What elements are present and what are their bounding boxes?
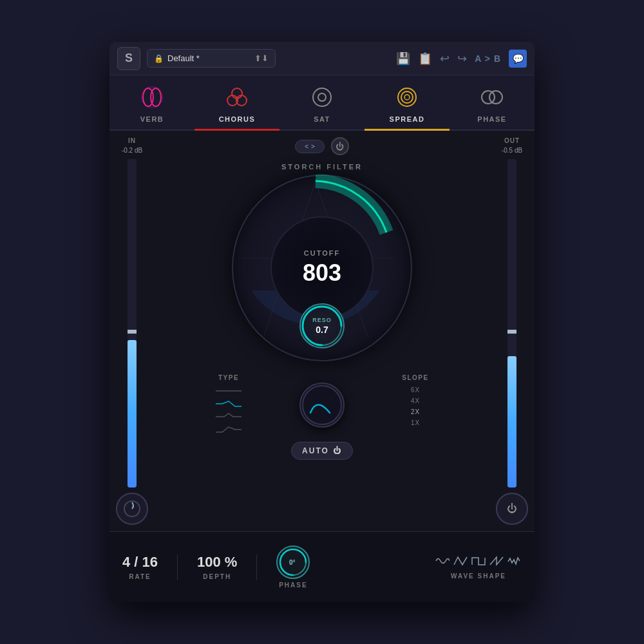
center-knob[interactable]	[299, 383, 345, 428]
vu-handle-out[interactable]	[507, 330, 516, 334]
phase-icon	[478, 83, 506, 111]
svg-point-6	[313, 88, 331, 106]
tab-phase[interactable]: PHASE	[450, 75, 535, 129]
phase-knob[interactable]: 0°	[276, 545, 310, 579]
phase-label: PHASE	[279, 582, 307, 589]
ab-button[interactable]: A > B	[475, 53, 501, 64]
preset-name: Default *	[167, 53, 200, 63]
verb-icon	[138, 83, 166, 111]
svg-point-12	[489, 91, 502, 104]
cutoff-value: 803	[303, 260, 341, 287]
wave-icons	[435, 555, 522, 570]
phase-knob-container: 0° PHASE	[276, 545, 310, 589]
svg-point-10	[404, 95, 410, 100]
svg-text:0°: 0°	[289, 559, 296, 566]
undo-icon[interactable]: ↩	[440, 52, 450, 66]
rate-value: 4 / 16	[122, 554, 158, 571]
in-knob[interactable]	[116, 493, 148, 525]
auto-power-icon: ⏻	[333, 446, 342, 455]
depth-label: DEPTH	[203, 573, 231, 580]
vu-bar-in[interactable]	[128, 159, 137, 488]
sat-icon	[308, 83, 336, 111]
slope-2x[interactable]: 2X	[407, 407, 424, 417]
bottom-row: AUTO ⏻	[288, 439, 356, 463]
tab-verb-label: VERB	[140, 115, 164, 123]
svg-point-2	[151, 88, 161, 106]
tab-sat[interactable]: SAT	[279, 75, 365, 129]
tab-spread-label: SPREAD	[390, 115, 425, 123]
right-power-button[interactable]: ⏻	[496, 493, 528, 525]
wave-saw-icon[interactable]	[489, 555, 504, 570]
in-label: IN	[128, 137, 136, 144]
lock-icon: 🔒	[154, 54, 164, 63]
center-area: < > ⏻ STORCH FILTER	[155, 131, 489, 531]
power-button[interactable]: ⏻	[331, 137, 349, 155]
depth-value: 100 %	[197, 554, 237, 571]
svg-point-7	[318, 93, 326, 101]
filter-type-lowpass[interactable]	[203, 398, 254, 410]
spread-icon	[393, 83, 421, 111]
filter-type-flat[interactable]	[203, 385, 254, 397]
tabs-bar: VERB CHORUS SAT	[109, 75, 535, 131]
dropdown-arrow: ⬆⬇	[254, 53, 269, 63]
redo-icon[interactable]: ↪	[457, 52, 467, 66]
wave-shape-area: WAVE SHAPE	[435, 555, 522, 580]
chat-icon[interactable]: 💬	[509, 50, 527, 68]
out-label: OUT	[504, 137, 520, 144]
type-label: TYPE	[218, 374, 239, 381]
svg-point-11	[482, 91, 495, 104]
tab-phase-label: PHASE	[477, 115, 506, 123]
wave-triangle-icon[interactable]	[453, 555, 468, 570]
filter-title: STORCH FILTER	[281, 163, 363, 171]
tab-chorus[interactable]: CHORUS	[194, 75, 279, 129]
wave-shape-label: WAVE SHAPE	[451, 573, 506, 580]
auto-label: AUTO	[302, 446, 329, 455]
mode-strip: < > ⏻	[295, 137, 349, 155]
filter-type-highpass[interactable]	[203, 424, 254, 435]
cutoff-label: CUTOFF	[304, 249, 340, 257]
filter-type-peak[interactable]	[203, 411, 254, 422]
tab-verb[interactable]: VERB	[109, 75, 194, 129]
mode-toggle[interactable]: < >	[295, 140, 325, 153]
copy-icon[interactable]: 📋	[418, 52, 432, 66]
tab-chorus-label: CHORUS	[219, 115, 256, 123]
preset-dropdown[interactable]: 🔒 Default * ⬆⬇	[147, 49, 276, 68]
reso-knob[interactable]: RESO 0.7	[299, 303, 345, 348]
toolbar-icons: 💾 📋 ↩ ↪ A > B 💬	[396, 50, 527, 68]
depth-param: 100 % DEPTH	[197, 554, 237, 580]
bottom-controls: TYPE	[161, 374, 483, 439]
vu-meter-in: IN -0.2 dB	[109, 131, 155, 531]
tab-spread[interactable]: SPREAD	[365, 75, 450, 129]
divider-1	[177, 554, 178, 580]
wave-sine-icon[interactable]	[435, 555, 450, 570]
vu-fill-out	[507, 356, 516, 488]
wave-random-icon[interactable]	[507, 555, 522, 570]
slope-6x[interactable]: 6X	[407, 385, 424, 395]
save-icon[interactable]: 💾	[396, 52, 410, 66]
auto-button[interactable]: AUTO ⏻	[291, 442, 353, 460]
divider-2	[256, 554, 257, 580]
filter-area: STORCH FILTER < >	[225, 162, 419, 368]
top-bar: S 🔒 Default * ⬆⬇ 💾 📋 ↩ ↪ A > B 💬	[109, 42, 535, 75]
vu-bar-out[interactable]	[507, 159, 516, 488]
slope-4x[interactable]: 4X	[407, 396, 424, 406]
arrow-left-icon: <	[305, 143, 308, 150]
bottom-strip: 4 / 16 RATE 100 % DEPTH 0° PHASE	[109, 531, 535, 602]
out-db: -0.5 dB	[502, 147, 522, 154]
rate-label: RATE	[129, 573, 151, 580]
center-knob-area	[296, 374, 348, 435]
reso-value: 0.7	[316, 325, 328, 335]
slope-label: SLOPE	[402, 374, 428, 381]
wave-square-icon[interactable]	[471, 555, 486, 570]
tab-sat-label: SAT	[314, 115, 330, 123]
vu-handle-in[interactable]	[128, 330, 137, 334]
slope-1x[interactable]: 1X	[407, 418, 424, 428]
arrow-right-icon: >	[311, 143, 315, 150]
chorus-icon	[223, 83, 251, 111]
type-section: TYPE	[161, 374, 296, 435]
vu-meter-out: OUT -0.5 dB ⏻	[489, 131, 535, 531]
vu-fill-in	[128, 340, 137, 488]
in-db: -0.2 dB	[122, 147, 142, 154]
main-content: IN -0.2 dB < > ⏻	[109, 131, 535, 531]
logo-button[interactable]: S	[117, 47, 140, 70]
